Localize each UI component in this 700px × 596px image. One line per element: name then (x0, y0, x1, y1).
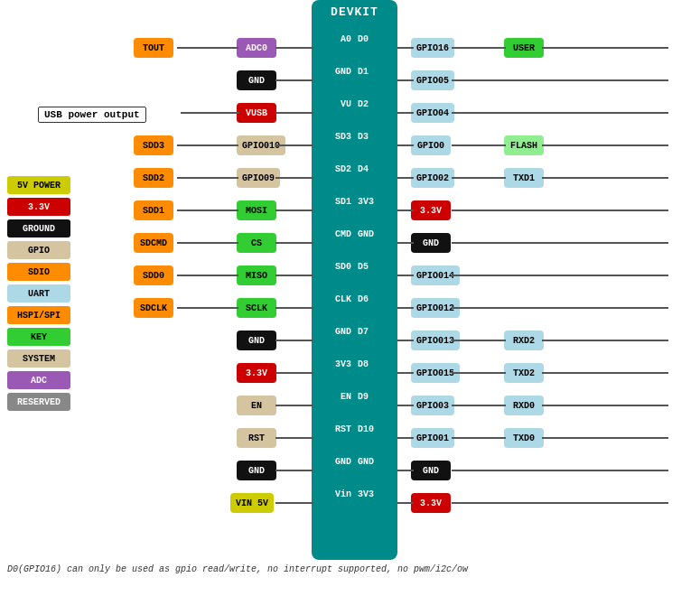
line-board-gpio015 (397, 372, 414, 374)
line-board-gpio03 (397, 405, 414, 406)
line-user-end (542, 47, 668, 49)
chip-flash: FLASH (504, 135, 544, 155)
line-mosi-board (275, 210, 313, 211)
chip-gnd-r13: GND (411, 461, 451, 480)
chip-gnd-13: GND (237, 461, 276, 480)
line-board-3v3r14 (397, 502, 414, 504)
chip-sdclk: SDCLK (134, 298, 173, 318)
line-en-board (275, 405, 313, 406)
line-gpio015-txd2 (452, 372, 506, 374)
line-board-gpio16 (397, 47, 414, 49)
footer-note: D0(GPIO16) can only be used as gpio read… (7, 564, 468, 574)
chip-rxd2: RXD2 (504, 331, 544, 350)
chip-rxd0: RXD0 (504, 396, 544, 415)
line-adc0-board (275, 47, 313, 49)
chip-sdd1: SDD1 (134, 200, 173, 220)
legend-3v3: 3.3V (7, 198, 70, 216)
line-3v3r5-end (452, 210, 668, 211)
chip-vusb: VUSB (237, 103, 276, 123)
line-board-gpio04 (397, 112, 414, 114)
chip-sdcmd: SDCMD (134, 233, 173, 253)
line-board-gpio05 (397, 79, 414, 81)
line-gpio02-txd1 (452, 177, 506, 179)
chip-mosi: MOSI (237, 200, 276, 220)
chip-gnd-9: GND (237, 331, 276, 350)
legend-sdio: SDIO (7, 263, 70, 281)
line-gnd9-board (275, 340, 313, 341)
line-sdd1-mosi (177, 210, 238, 211)
line-gpio012-end (452, 307, 668, 309)
line-txd1-end (542, 177, 668, 179)
legend-uart: UART (7, 284, 70, 303)
line-gpio013-rxd2 (452, 340, 506, 341)
line-board-gpio01 (397, 437, 414, 439)
chip-sdd3: SDD3 (134, 135, 173, 155)
chip-gpio09: GPIO09 (237, 168, 280, 188)
line-gpio09-board (275, 177, 313, 179)
usb-power-label: USB power output (38, 107, 146, 123)
line-rxd2-end (542, 340, 668, 341)
chip-3v3-r5: 3.3V (411, 200, 451, 220)
chip-txd2: TXD2 (504, 363, 544, 383)
chip-miso: MISO (237, 265, 276, 285)
line-gndr6-end (452, 242, 668, 244)
line-gnd13-board (275, 470, 313, 471)
chip-gnd-1: GND (237, 70, 276, 90)
line-board-gpio014 (397, 275, 414, 276)
line-gpio01-txd0 (452, 437, 506, 439)
line-board-gndr6 (397, 242, 414, 244)
chip-en: EN (237, 396, 276, 415)
chip-vin5v: VIN 5V (230, 493, 274, 513)
line-board-gpio012 (397, 307, 414, 309)
line-usb-vusb (181, 112, 239, 114)
legend-gpio: GPIO (7, 241, 70, 259)
chip-gpio16: GPIO16 (411, 38, 454, 58)
legend-adc: ADC (7, 371, 70, 389)
line-sdd2-gpio09 (177, 177, 238, 179)
line-flash-end (542, 144, 668, 146)
line-rst-board (275, 437, 313, 439)
line-sclk-board (275, 307, 313, 309)
chip-3v3-left: 3.3V (237, 363, 276, 383)
chip-gpio02: GPIO02 (411, 168, 454, 188)
line-sdclk-sclk (177, 307, 238, 309)
line-gpio010-board (275, 144, 313, 146)
devkit-board: DEVKIT A0D0 GNDD1 VUD2 SD3D3 SD2D4 SD13V… (312, 0, 397, 560)
line-gpio03-rxd0 (452, 405, 506, 406)
chip-cs: CS (237, 233, 276, 253)
chip-gpio05: GPIO05 (411, 70, 454, 90)
line-gnd1-board (275, 79, 313, 81)
line-sdcmd-cs (177, 242, 238, 244)
chip-rst: RST (237, 428, 276, 448)
line-board-gpio02 (397, 177, 414, 179)
line-3v3r14-end (452, 502, 668, 504)
legend-system: SYSTEM (7, 349, 70, 368)
chip-adc0: ADC0 (237, 38, 276, 58)
chip-tout: TOUT (134, 38, 173, 58)
line-sdd0-miso (177, 275, 238, 276)
line-sdd3-gpio010 (177, 144, 238, 146)
line-miso-board (275, 275, 313, 276)
line-3v3-board (275, 372, 313, 374)
line-board-3v3-r5 (397, 210, 414, 211)
line-txd0-end (542, 437, 668, 439)
chip-sdd2: SDD2 (134, 168, 173, 188)
chip-gpio0: GPIO0 (411, 135, 451, 155)
chip-sdd0: SDD0 (134, 265, 173, 285)
line-gpio16-user (452, 47, 506, 49)
line-gpio014-end (452, 275, 668, 276)
chip-gpio04: GPIO04 (411, 103, 454, 123)
legend: 5V POWER 3.3V GROUND GPIO SDIO UART HSPI… (7, 176, 70, 411)
chip-sclk: SCLK (237, 298, 276, 318)
line-vin-board (275, 502, 313, 504)
line-board-gpio013 (397, 340, 414, 341)
legend-5v-power: 5V POWER (7, 176, 70, 194)
chip-gnd-r6: GND (411, 233, 451, 253)
line-gpio05-end (452, 79, 668, 81)
chip-txd0: TXD0 (504, 428, 544, 448)
line-gndr13-end (452, 470, 668, 471)
devkit-title: DEVKIT (331, 0, 378, 23)
diagram: DEVKIT A0D0 GNDD1 VUD2 SD3D3 SD2D4 SD13V… (0, 0, 700, 578)
line-cs-board (275, 242, 313, 244)
line-board-gpio0 (397, 144, 414, 146)
